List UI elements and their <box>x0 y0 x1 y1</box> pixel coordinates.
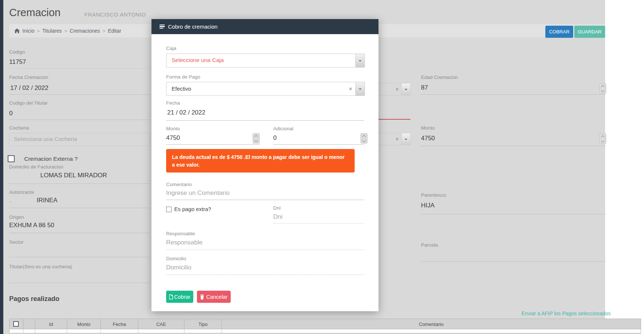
guardar-header-button[interactable]: GUARDAR <box>574 26 605 38</box>
fecha-cremacion-underline <box>9 94 150 95</box>
clear-icon[interactable]: × <box>396 137 399 142</box>
breadcrumb-item-editar: Editar <box>108 28 121 34</box>
chevron-down-icon <box>405 139 407 142</box>
origen-value[interactable]: EXHUM A 86 50 <box>9 222 54 229</box>
cobrar-header-button[interactable]: COBRAR <box>545 26 573 38</box>
column-header-id: Id <box>35 319 67 330</box>
chevron-down-icon <box>359 60 362 63</box>
monto-right-stepper[interactable] <box>599 134 606 144</box>
home-icon <box>14 28 20 33</box>
domicilio-facturacion-label: Domicilio de Facturacion <box>9 164 63 170</box>
middle-field-error-underline <box>378 119 410 120</box>
sidebar-strip <box>0 0 3 334</box>
forma-de-pago-value: Efectivo <box>172 86 191 92</box>
modal-fecha-input[interactable]: 21 / 02 / 2022 <box>167 109 205 116</box>
column-header-fecha: Fecha <box>101 319 138 330</box>
caja-select[interactable]: Seleccione una Caja <box>166 54 365 68</box>
breadcrumb-separator: > <box>37 28 40 34</box>
titular-underline <box>9 283 150 283</box>
codigo-label: Codigo <box>9 49 25 55</box>
cremacion-externa-label: Cremacion Externa ? <box>24 156 78 162</box>
parentesco-underline <box>421 214 605 214</box>
parcela-underline <box>421 261 605 262</box>
modal-monto-stepper[interactable] <box>253 133 260 144</box>
forma-de-pago-select[interactable]: Efectivo × <box>166 82 365 96</box>
origen-label: Origen <box>9 214 24 220</box>
page-title: Cremacion <box>9 7 61 19</box>
column-header-monto: Monto <box>67 319 101 330</box>
parentesco-value[interactable]: HIJA <box>421 202 435 209</box>
fecha-cremacion-label: Fecha Cremacion <box>9 75 48 80</box>
caja-placeholder: Seleccione una Caja <box>172 57 224 63</box>
cocheria-label: Cocheria <box>9 125 29 131</box>
breadcrumb-item-titulares[interactable]: Titulares <box>42 28 62 34</box>
modal-monto-input[interactable]: 4750 <box>166 134 180 142</box>
pagos-table-header: Id Monto Fecha CAE Tipo Comentario <box>9 319 641 329</box>
codigo-titular-underline <box>9 120 150 120</box>
pagos-heading: Pagos realizado <box>9 295 59 303</box>
autorizante-prefix: . <box>10 197 11 204</box>
debt-alert: La deuda actual es de $ 4750 .El monto a… <box>166 149 355 173</box>
parentesco-label: Parentesco <box>421 192 446 198</box>
cocheria-placeholder: Selecciona una Cocheria <box>14 136 77 142</box>
modal-cobrar-label: Cobrar <box>174 294 190 300</box>
codigo-underline <box>9 68 150 69</box>
caja-label: Caja <box>166 46 176 51</box>
chevron-down-icon <box>255 138 258 142</box>
comentario-label: Comentario <box>166 182 192 187</box>
middle-select-fragment-bottom[interactable]: × <box>378 133 411 145</box>
modal-domicilio-underline <box>166 275 364 275</box>
breadcrumb-separator: > <box>64 28 67 34</box>
adicional-stepper[interactable] <box>361 133 367 144</box>
adicional-input[interactable]: 0 <box>273 134 277 142</box>
codigo-titular-input[interactable]: 0 <box>9 110 12 117</box>
dropdown-button[interactable] <box>355 54 365 67</box>
app-screen: Cremacion FRANCISCO ANTONIO Inicio > Tit… <box>0 0 644 334</box>
codigo-titular-label: Codigo del Titular <box>9 100 48 106</box>
clear-icon[interactable]: × <box>349 86 352 91</box>
sector-label: Sector <box>9 239 23 245</box>
modal-cobrar-button[interactable]: Cobrar <box>166 291 193 303</box>
adicional-label: Adicional <box>273 126 293 131</box>
modal-domicilio-input[interactable]: Domicilio <box>166 264 191 271</box>
domicilio-facturacion-underline <box>9 184 150 184</box>
trash-icon <box>200 294 204 299</box>
chevron-down-icon <box>601 139 605 142</box>
modal-cancelar-button[interactable]: Cancelar <box>197 291 231 303</box>
dropdown-button[interactable] <box>401 133 410 145</box>
chevron-down-icon <box>601 88 605 92</box>
monto-right-input[interactable]: 4750 <box>421 135 435 142</box>
breadcrumb-item-cremaciones[interactable]: Cremaciones <box>70 28 100 34</box>
middle-select-fragment-top[interactable]: × <box>378 83 411 95</box>
dropdown-button[interactable] <box>401 83 410 95</box>
edad-cremacion-stepper[interactable] <box>599 83 606 94</box>
cobro-modal: Cobro de cremacion Caja Seleccione una C… <box>151 19 378 311</box>
cocheria-select[interactable]: Selecciona una Cocheria <box>9 133 150 146</box>
autorizante-value[interactable]: IRINEA <box>37 197 58 204</box>
domicilio-facturacion-value[interactable]: LOMAS DEL MIRADOR <box>40 172 107 179</box>
es-pago-extra-checkbox[interactable] <box>166 207 172 212</box>
comentario-input[interactable]: Ingrese un Comentario <box>166 189 230 197</box>
es-pago-extra-label: Es pago extra? <box>174 206 211 212</box>
list-icon <box>160 25 165 29</box>
monto-right-label: Monto <box>421 125 435 131</box>
fecha-cremacion-input[interactable]: 17 / 02 / 2022 <box>10 84 48 92</box>
clear-icon[interactable]: × <box>396 87 399 92</box>
dni-input[interactable]: Dni <box>273 213 283 221</box>
breadcrumb-item-inicio[interactable]: Inicio <box>22 28 34 34</box>
dropdown-button[interactable] <box>355 82 365 95</box>
chevron-up-icon <box>255 135 258 138</box>
monto-right-underline <box>421 146 605 146</box>
afip-link[interactable]: Enviar a AFIP los Pagos seleccionados <box>433 311 611 316</box>
chevron-up-icon <box>601 85 605 88</box>
expand-column-header <box>23 319 35 330</box>
cremacion-externa-checkbox[interactable] <box>8 155 15 162</box>
select-all-cell <box>10 319 23 330</box>
chevron-down-icon <box>362 138 366 142</box>
responsable-input[interactable]: Responsable <box>166 239 202 246</box>
row-cell <box>184 329 222 333</box>
dni-underline <box>273 223 364 224</box>
modal-fecha-label: Fecha <box>166 100 180 106</box>
edad-cremacion-input[interactable]: 87 <box>421 84 428 91</box>
select-all-checkbox[interactable] <box>13 321 19 327</box>
